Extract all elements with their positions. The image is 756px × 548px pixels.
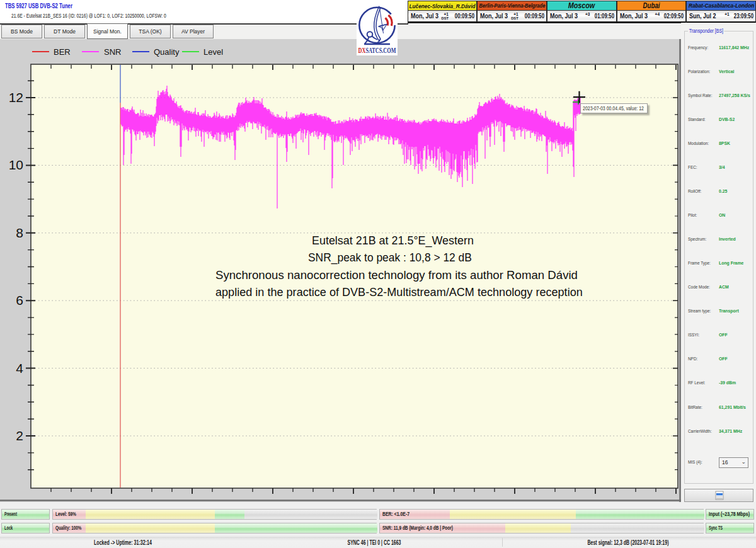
svg-text:DXSATCS.COM: DXSATCS.COM: [358, 46, 396, 55]
